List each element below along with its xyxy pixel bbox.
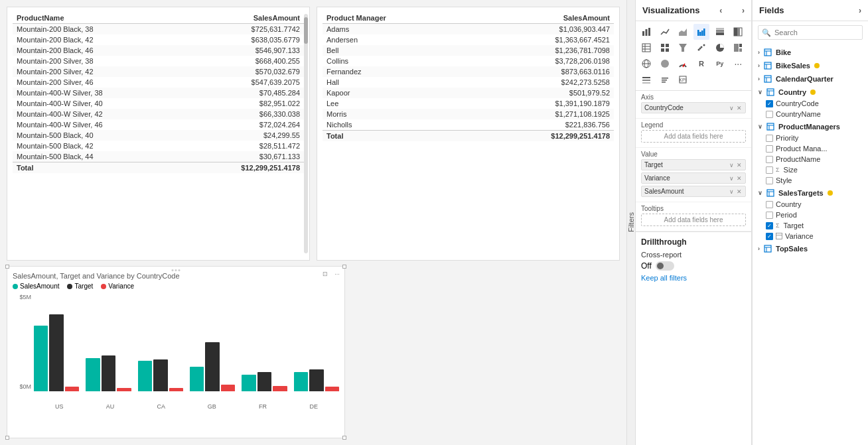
table-row: Andersen$1,363,667.4521: [323, 34, 614, 45]
variance-remove[interactable]: ✕: [736, 175, 743, 182]
viz-filled-map[interactable]: [657, 56, 673, 72]
viz-clustered-bar[interactable]: [693, 24, 709, 40]
viz-python[interactable]: Py: [712, 56, 728, 72]
field-checkbox[interactable]: [766, 212, 773, 219]
variance-chevron[interactable]: ∨: [729, 175, 735, 182]
fields-panel-arrow[interactable]: ›: [859, 6, 861, 15]
field-item[interactable]: Product Mana...: [766, 143, 868, 154]
field-item[interactable]: Priority: [766, 133, 868, 143]
col-product-manager: Product Manager: [323, 13, 469, 24]
field-checkbox[interactable]: [766, 177, 773, 184]
value-field-target[interactable]: Target ∨ ✕: [641, 159, 746, 170]
sales-remove[interactable]: ✕: [736, 188, 743, 195]
svg-rect-56: [767, 123, 774, 130]
field-checkbox[interactable]: ✓: [766, 222, 773, 229]
field-checkbox[interactable]: ✓: [766, 100, 773, 107]
svg-rect-30: [739, 48, 742, 52]
sales-chevron[interactable]: ∨: [729, 188, 735, 195]
axis-chevron-down[interactable]: ∨: [729, 105, 735, 111]
scrollbar-thumb[interactable]: [304, 17, 308, 44]
field-item[interactable]: ✓ Σ Target: [766, 220, 868, 231]
viz-funnel[interactable]: [675, 40, 691, 56]
viz-line-chart[interactable]: [657, 24, 673, 40]
viz-gauge[interactable]: [675, 56, 691, 72]
svg-rect-1: [646, 29, 648, 36]
svg-rect-41: [662, 82, 666, 83]
cross-report-toggle[interactable]: [656, 261, 674, 271]
field-checkbox[interactable]: [766, 145, 773, 153]
viz-100-stacked[interactable]: [730, 24, 746, 40]
field-item[interactable]: ProductName: [766, 154, 868, 164]
keep-filters-link[interactable]: Keep all filters: [641, 274, 687, 282]
legend-add-field[interactable]: Add data fields here: [641, 130, 746, 143]
viz-axis-section: Axis CountryCode ∨ ✕: [636, 91, 751, 119]
viz-r-script[interactable]: R: [693, 56, 709, 72]
field-checkbox[interactable]: [766, 201, 773, 208]
viz-panel-arrow-right[interactable]: ›: [742, 6, 745, 15]
scrollbar-right[interactable]: [304, 14, 308, 253]
field-group-header[interactable]: › CalendarQuarter: [753, 73, 868, 85]
table-icon: [766, 123, 774, 131]
viz-area-chart[interactable]: [675, 24, 691, 40]
viz-map[interactable]: [638, 56, 654, 72]
value-field-variance[interactable]: Variance ∨ ✕: [641, 172, 746, 184]
table-row: Morris$1,271,108.1925: [323, 109, 614, 119]
viz-smart-narrative[interactable]: [657, 72, 673, 88]
viz-more[interactable]: ···: [730, 56, 746, 72]
field-item[interactable]: Σ Size: [766, 164, 868, 175]
viz-panel-arrow-left[interactable]: ‹: [719, 6, 722, 15]
target-chevron[interactable]: ∨: [729, 162, 735, 168]
field-group-header[interactable]: › Bike: [753, 46, 868, 58]
field-item[interactable]: Country: [766, 199, 868, 210]
viz-table[interactable]: [638, 40, 654, 56]
viz-scatter[interactable]: [693, 40, 709, 56]
resize-br[interactable]: [342, 436, 346, 440]
resize-border-top[interactable]: [7, 265, 344, 268]
viz-slicer[interactable]: [638, 72, 654, 88]
field-checkbox[interactable]: [766, 156, 773, 163]
table-row: Mountain-400-W Silver, 40$82,951.022: [13, 98, 304, 109]
field-item[interactable]: ✓ CountryCode: [766, 98, 868, 109]
maximize-icon[interactable]: ⊡: [321, 269, 330, 279]
sales-amount-cell: $668,400.255: [183, 56, 304, 66]
axis-field-chip[interactable]: CountryCode ∨ ✕: [641, 102, 746, 113]
resize-bl[interactable]: [5, 436, 9, 440]
field-group-header[interactable]: ∨ SalesTargets: [753, 187, 868, 199]
value-field-sales[interactable]: SalesAmount ∨ ✕: [641, 186, 746, 197]
chart-drag-handle[interactable]: [172, 269, 181, 271]
viz-matrix[interactable]: [657, 40, 673, 56]
viz-pie[interactable]: [712, 40, 728, 56]
field-item[interactable]: Style: [766, 175, 868, 186]
field-checkbox[interactable]: [766, 135, 773, 142]
svg-rect-38: [642, 82, 650, 84]
legend-dot: [13, 284, 18, 289]
filters-panel[interactable]: Filters: [626, 0, 636, 445]
field-item[interactable]: Period: [766, 210, 868, 220]
field-group-header[interactable]: ∨ ProductManagers: [753, 121, 868, 133]
field-checkbox[interactable]: [766, 111, 773, 118]
table-row: Mountain-400-W Silver, 46$72,024.264: [13, 119, 304, 130]
tooltips-add-field[interactable]: Add data fields here: [641, 214, 746, 226]
field-checkbox[interactable]: [766, 166, 773, 174]
resize-tl[interactable]: [5, 265, 9, 269]
more-options-icon[interactable]: ···: [332, 269, 342, 279]
axis-remove[interactable]: ✕: [736, 105, 743, 111]
field-group-header[interactable]: › BikeSales: [753, 60, 868, 72]
viz-stacked-bar[interactable]: [712, 24, 728, 40]
group-warning-icon: [814, 63, 820, 68]
manager-name-cell: Lee: [323, 98, 469, 109]
svg-rect-19: [666, 44, 669, 47]
viz-treemap[interactable]: [730, 40, 746, 56]
field-item[interactable]: CountryName: [766, 109, 868, 119]
field-item[interactable]: ✓ Variance: [766, 231, 868, 241]
svg-rect-0: [642, 31, 644, 36]
field-group-header[interactable]: › TopSales: [753, 243, 868, 255]
resize-tr[interactable]: [342, 265, 346, 269]
field-checkbox[interactable]: ✓: [766, 233, 773, 240]
field-group-header[interactable]: ∨ Country: [753, 86, 868, 98]
viz-bar-chart[interactable]: [638, 24, 654, 40]
viz-metric[interactable]: KPI: [675, 72, 691, 88]
target-remove[interactable]: ✕: [736, 162, 743, 168]
search-input[interactable]: [758, 25, 863, 40]
x-axis-label: CA: [135, 403, 186, 410]
